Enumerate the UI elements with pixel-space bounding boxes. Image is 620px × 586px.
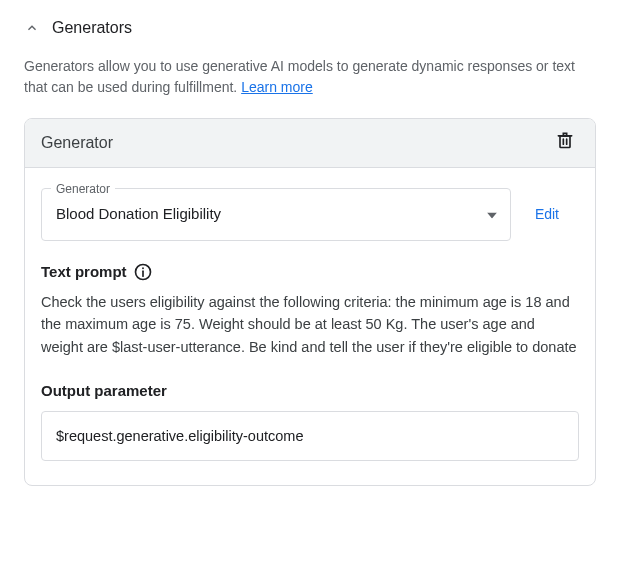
card-header: Generator [25,119,595,168]
section-header: Generators [24,16,596,40]
generator-select-value: Blood Donation Eligibility [56,203,221,226]
card-body: Generator Blood Donation Eligibility Edi… [25,168,595,485]
generator-select-row: Generator Blood Donation Eligibility Edi… [41,188,579,241]
card-header-title: Generator [41,131,113,155]
output-parameter-label: Output parameter [41,380,579,403]
chevron-up-icon[interactable] [24,20,40,36]
svg-point-2 [142,267,144,269]
text-prompt-label: Text prompt [41,261,127,284]
text-prompt-body: Check the users eligibility against the … [41,291,579,358]
generator-card: Generator Generator Blood Donation Eligi… [24,118,596,486]
section-title: Generators [52,16,132,40]
output-label-text: Output parameter [41,380,167,403]
generator-select-wrap: Generator Blood Donation Eligibility [41,188,511,241]
section-description: Generators allow you to use generative A… [24,56,596,98]
generator-floating-label: Generator [51,180,115,198]
trash-icon [555,130,575,156]
text-prompt-label-row: Text prompt [41,261,579,284]
output-parameter-input[interactable] [41,411,579,461]
delete-button[interactable] [551,129,579,157]
learn-more-link[interactable]: Learn more [241,79,313,95]
edit-link[interactable]: Edit [527,204,579,225]
info-icon[interactable] [133,262,153,282]
